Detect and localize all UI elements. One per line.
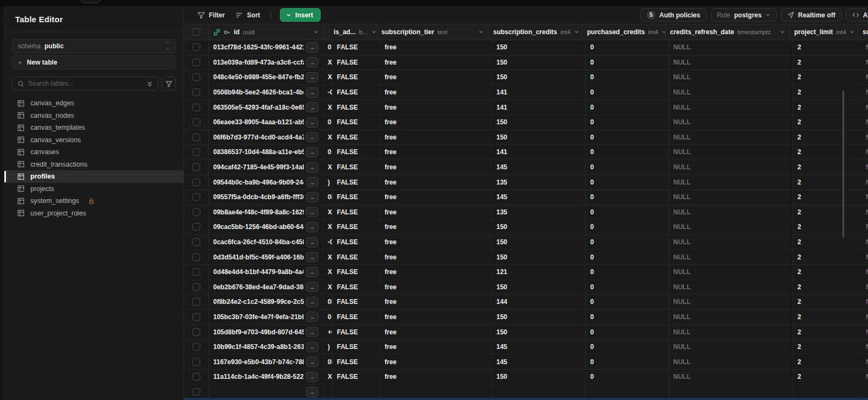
expand-row-button[interactable]: → xyxy=(306,192,318,202)
row-checkbox[interactable] xyxy=(193,358,200,366)
sidebar-item-system_settings[interactable]: system_settings xyxy=(4,195,183,207)
cell-sub_credits: 150 xyxy=(492,310,586,325)
chevron-down-icon[interactable] xyxy=(661,29,666,35)
realtime-button[interactable]: Realtime off xyxy=(781,8,842,22)
expand-row-button[interactable]: → xyxy=(306,342,318,352)
sidebar-item-profiles[interactable]: profiles xyxy=(4,170,183,183)
cell-value: 135 xyxy=(496,208,507,216)
chevron-down-icon[interactable] xyxy=(850,29,855,35)
expand-row-button[interactable]: → xyxy=(306,117,318,128)
cell-project_limit: 2 xyxy=(793,354,861,369)
cell-value: 150 xyxy=(496,253,507,261)
row-checkbox[interactable] xyxy=(193,148,200,156)
search-tables-input[interactable] xyxy=(28,80,143,87)
cell-value: NULL xyxy=(866,343,868,351)
header-col-subscription-tier[interactable]: subscription_tier text xyxy=(377,24,489,40)
select-all-checkbox[interactable] xyxy=(193,28,200,36)
sidebar-item-user_project_roles[interactable]: user_project_roles xyxy=(4,207,183,220)
sidebar-item-canvas_nodes[interactable]: canvas_nodes xyxy=(4,110,183,122)
sidebar-item-projects[interactable]: projects xyxy=(4,183,183,195)
cell-value: 150 xyxy=(496,134,507,141)
row-checkbox[interactable] xyxy=(193,298,200,306)
header-col-project-limit[interactable]: project_limit int4 xyxy=(790,24,858,40)
expand-row-button[interactable]: → xyxy=(306,177,318,187)
row-checkbox[interactable] xyxy=(193,238,200,246)
cell-is_admin: FALSE xyxy=(333,250,380,264)
expand-row-button[interactable]: → xyxy=(306,387,318,397)
cell-value: NULL xyxy=(673,104,691,111)
sidebar-item-canvas_templates[interactable]: canvas_templates xyxy=(4,122,183,134)
row-checkbox[interactable] xyxy=(193,388,200,396)
api-docs-button[interactable]: API Do xyxy=(846,8,868,22)
expand-row-button[interactable]: → xyxy=(306,297,318,307)
insert-button[interactable]: Insert xyxy=(280,8,321,22)
auth-policies-button[interactable]: 5 Auth policies xyxy=(640,8,706,22)
sidebar-item-canvases[interactable]: canvases xyxy=(4,146,183,158)
expand-row-button[interactable]: → xyxy=(306,267,318,277)
row-checkbox[interactable] xyxy=(193,283,200,291)
sort-button[interactable]: Sort xyxy=(230,8,265,22)
filter-button[interactable]: Filter xyxy=(192,8,230,22)
vertical-scrollbar-thumb[interactable] xyxy=(843,90,844,238)
cell-value: NULL xyxy=(673,268,691,276)
cell-clip: X xyxy=(323,70,333,85)
expand-row-button[interactable]: → xyxy=(306,222,318,232)
expand-row-button[interactable]: → xyxy=(306,237,318,247)
row-checkbox[interactable] xyxy=(193,313,200,321)
sidebar-item-credit_transactions[interactable]: credit_transactions xyxy=(4,158,183,171)
header-col-overflow[interactable]: su xyxy=(858,24,868,40)
sidebar-item-canvas_versions[interactable]: canvas_versions xyxy=(4,134,183,147)
chevron-down-icon[interactable] xyxy=(313,29,318,35)
chevron-down-icon[interactable] xyxy=(780,29,785,35)
chevron-down-icon[interactable] xyxy=(371,29,376,35)
expand-row-button[interactable]: → xyxy=(306,357,318,367)
expand-row-button[interactable]: → xyxy=(306,132,318,142)
row-checkbox[interactable] xyxy=(193,193,200,201)
role-select-button[interactable]: Role postgres xyxy=(711,8,777,22)
expand-row-button[interactable]: → xyxy=(306,372,318,382)
expand-row-button[interactable]: → xyxy=(306,327,318,337)
sidebar-item-canvas_edges[interactable]: canvas_edges xyxy=(4,97,183,110)
sidebar-filter-button[interactable] xyxy=(162,77,176,91)
cell-sub_credits: 150 xyxy=(492,325,586,339)
header-col-credits-refresh-date[interactable]: credits_refresh_date timestamptz xyxy=(666,24,790,40)
row-checkbox[interactable] xyxy=(193,134,200,141)
new-table-button[interactable]: + New table xyxy=(12,55,176,69)
expand-row-button[interactable]: → xyxy=(306,57,318,67)
expand-row-button[interactable]: → xyxy=(306,147,318,157)
row-checkbox[interactable] xyxy=(193,373,200,380)
row-checkbox[interactable] xyxy=(193,59,200,66)
expand-row-button[interactable]: → xyxy=(306,207,318,217)
chevron-down-icon[interactable] xyxy=(574,29,579,35)
chevrons-down-icon[interactable] xyxy=(146,80,153,87)
row-checkbox[interactable] xyxy=(193,163,200,171)
row-checkbox[interactable] xyxy=(193,208,200,216)
expand-row-button[interactable]: → xyxy=(306,312,318,322)
row-checkbox[interactable] xyxy=(193,223,200,231)
expand-row-button[interactable]: → xyxy=(306,252,318,262)
table-row: 0cac6fca-26cf-4510-84ba-c4580...→-0FALSE… xyxy=(184,235,868,250)
chevron-down-icon[interactable] xyxy=(478,29,484,35)
row-checkbox[interactable] xyxy=(193,73,200,81)
header-col-clipped[interactable] xyxy=(323,24,329,40)
expand-row-button[interactable]: → xyxy=(306,102,318,112)
row-checkbox[interactable] xyxy=(193,179,200,186)
row-checkbox[interactable] xyxy=(193,253,200,261)
row-checkbox[interactable] xyxy=(193,88,200,96)
row-checkbox[interactable] xyxy=(193,343,200,351)
row-checkbox[interactable] xyxy=(193,43,200,51)
expand-row-button[interactable]: → xyxy=(306,87,318,98)
row-checkbox[interactable] xyxy=(193,328,200,336)
expand-row-button[interactable]: → xyxy=(306,282,318,292)
schema-select[interactable]: schema public ⌃⌄ xyxy=(12,39,176,53)
expand-row-button[interactable]: → xyxy=(306,72,318,82)
header-col-purchased-credits[interactable]: purchased_credits int4 xyxy=(583,24,666,40)
row-checkbox[interactable] xyxy=(193,104,200,111)
header-col-id[interactable]: id uuid xyxy=(209,24,323,40)
expand-row-button[interactable]: → xyxy=(306,162,318,173)
row-checkbox[interactable] xyxy=(193,268,200,276)
header-col-is-admin[interactable]: is_ad... b... xyxy=(329,24,377,40)
expand-row-button[interactable]: → xyxy=(306,42,318,53)
row-checkbox[interactable] xyxy=(193,118,200,126)
header-col-subscription-credits[interactable]: subscription_credits int4 xyxy=(489,24,583,40)
